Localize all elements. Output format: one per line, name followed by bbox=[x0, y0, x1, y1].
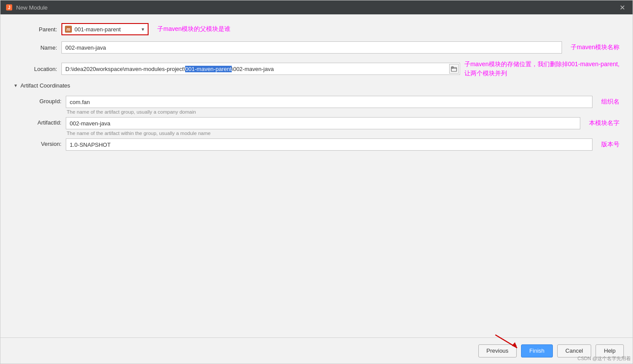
location-annotation-line1: 子maven模块的存储位置，我们删除掉001-maven-parent, bbox=[464, 60, 619, 69]
svg-text:J: J bbox=[8, 5, 10, 10]
maven-icon: m bbox=[65, 26, 72, 33]
parent-select[interactable]: m 001-maven-parent ▼ bbox=[61, 23, 149, 35]
dialog-footer: Previous Finish Cancel Help CSDN @这个名字先用… bbox=[0, 337, 633, 364]
section-toggle-icon[interactable]: ▼ bbox=[14, 83, 18, 88]
svg-rect-3 bbox=[451, 67, 454, 68]
artifactid-annotation: 本模块名字 bbox=[589, 119, 619, 127]
parent-value: 001-maven-parent bbox=[74, 26, 138, 33]
window-title: New Module bbox=[16, 4, 47, 11]
location-annotation: 子maven模块的存储位置，我们删除掉001-maven-parent, 让两个… bbox=[464, 60, 619, 78]
parent-annotation: 子maven模块的父模块是谁 bbox=[157, 25, 230, 33]
location-highlight: 001-maven-parent bbox=[185, 66, 231, 72]
finish-arrow-annotation bbox=[491, 333, 526, 351]
svg-marker-5 bbox=[512, 342, 517, 348]
artifactid-label: ArtifactId: bbox=[22, 117, 61, 126]
version-label: Version: bbox=[22, 138, 61, 147]
location-input-wrapper: D:\idea2020workspace\maven-modules-proje… bbox=[61, 63, 460, 75]
name-row: Name: 子maven模块名称 bbox=[14, 41, 619, 54]
version-annotation: 版本号 bbox=[601, 141, 619, 148]
artifactid-input[interactable] bbox=[66, 117, 580, 129]
section-title: Artifact Coordinates bbox=[20, 82, 70, 89]
browse-button[interactable] bbox=[449, 64, 459, 74]
close-button[interactable]: ✕ bbox=[617, 2, 627, 13]
app-icon: J bbox=[6, 4, 13, 11]
artifact-section-header: ▼ Artifact Coordinates bbox=[14, 82, 619, 89]
title-bar: J New Module ✕ bbox=[0, 0, 633, 14]
parent-label: Parent: bbox=[14, 26, 57, 33]
artifactid-row: ArtifactId: 本模块名字 The name of the artifa… bbox=[22, 117, 619, 136]
version-row: Version: 版本号 bbox=[22, 138, 619, 151]
artifactid-hint: The name of the artifact within the grou… bbox=[67, 131, 619, 136]
location-row: Location: D:\idea2020workspace\maven-mod… bbox=[14, 60, 619, 78]
name-input[interactable] bbox=[61, 41, 562, 54]
location-annotation-line2: 让两个模块并列 bbox=[464, 69, 619, 78]
new-module-dialog: J New Module ✕ Parent: m 001-maven-paren… bbox=[0, 0, 633, 364]
version-input[interactable] bbox=[66, 138, 592, 151]
version-input-wrap: 版本号 bbox=[66, 138, 619, 151]
location-suffix: \002-maven-java bbox=[232, 66, 274, 72]
groupid-input[interactable] bbox=[66, 96, 592, 108]
name-annotation: 子maven模块名称 bbox=[571, 44, 619, 51]
watermark: CSDN @这个名字先用着 bbox=[578, 355, 631, 362]
groupid-label: GroupId: bbox=[22, 96, 61, 104]
parent-row: Parent: m 001-maven-parent ▼ 子maven模块的父模… bbox=[14, 23, 619, 35]
artifactid-input-wrap: 本模块名字 The name of the artifact within th… bbox=[66, 117, 619, 136]
groupid-annotation: 组织名 bbox=[601, 98, 619, 106]
dialog-body: Parent: m 001-maven-parent ▼ 子maven模块的父模… bbox=[0, 14, 633, 337]
groupid-input-wrap: 组织名 The name of the artifact group, usua… bbox=[66, 96, 619, 115]
chevron-down-icon: ▼ bbox=[141, 27, 145, 32]
groupid-hint: The name of the artifact group, usually … bbox=[67, 109, 619, 115]
location-label: Location: bbox=[14, 66, 57, 72]
artifact-section: GroupId: 组织名 The name of the artifact gr… bbox=[22, 96, 619, 151]
name-label: Name: bbox=[14, 44, 57, 51]
title-bar-left: J New Module bbox=[6, 4, 47, 11]
location-prefix: D:\idea2020workspace\maven-modules-proje… bbox=[65, 66, 185, 72]
groupid-row: GroupId: 组织名 The name of the artifact gr… bbox=[22, 96, 619, 115]
